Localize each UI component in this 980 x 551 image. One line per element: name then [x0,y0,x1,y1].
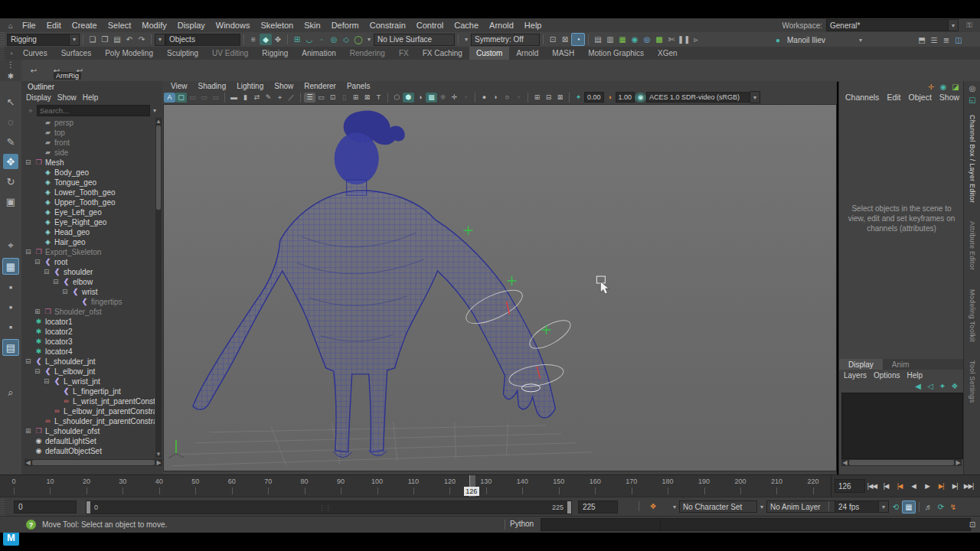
shaded-mode-icon[interactable]: ▭ [315,93,327,103]
input-ops-icon[interactable]: ⊡ [547,34,559,45]
outliner-item-wrist[interactable]: ⊟❮wrist [23,287,155,297]
menu-item-shading[interactable]: Shading [193,82,232,90]
panel-tab-attribute-editor[interactable]: Attribute Editor [969,214,976,278]
workspace-select[interactable]: General* [826,19,949,31]
scroll-right-icon[interactable]: ▶ [955,459,962,466]
range-end-handle[interactable] [567,501,571,514]
scroll-up-icon[interactable]: ▲ [155,118,162,125]
rangebar-grip[interactable] [0,497,5,516]
rotate-tool-icon[interactable]: ↻ [3,174,18,189]
next-key-button[interactable]: ▶| [948,481,962,492]
expander-icon[interactable]: ⊟ [34,257,43,267]
outliner-item-tongue-geo[interactable]: ◈Tongue_geo [23,178,155,187]
menu-set-caret-icon[interactable]: ▾ [70,34,80,46]
move-tool-icon[interactable]: ✥ [3,154,18,169]
outliner-item-lower-tooth-geo[interactable]: ◈Lower_Tooth_geo [23,187,155,197]
menu-item-display[interactable]: Display [26,93,57,102]
expander-icon[interactable]: ⊟ [44,267,52,277]
menu-item-show[interactable]: Show [269,82,299,90]
search-input[interactable] [37,105,150,116]
exposure-value[interactable]: 0.00 [584,92,604,103]
isolate-icon[interactable]: ⬡ [391,93,403,103]
outliner-item-l-fingertip-jnt[interactable]: ❮L_fingertip_jnt [23,386,155,396]
snap-together-tool-icon[interactable]: ▤ [2,339,19,356]
shelf-tab-curves[interactable]: Curves [16,47,54,60]
redo-icon[interactable]: ↷ [136,34,148,45]
outliner-item-front[interactable]: ▰front [23,138,155,148]
panel-tab-tool-settings[interactable]: Tool Settings [969,353,976,410]
new-empty-layer-icon[interactable]: ✦ [936,380,949,392]
make-live-icon[interactable]: ◯ [352,34,364,45]
resolution-gate-icon[interactable]: ⊟ [543,93,554,103]
bookmark-icon[interactable]: ▮ [240,93,251,103]
snap-projected-icon[interactable]: ◎ [328,34,340,45]
snap-curve-icon[interactable]: ◡ [303,34,315,45]
play-forwards-button[interactable]: ▶ [920,481,934,492]
menu-item-modify[interactable]: Modify [136,21,172,30]
film-gate-icon[interactable]: ⊞ [531,93,543,103]
shelf-tab-custom[interactable]: Custom [469,47,509,60]
step-back-button[interactable]: |◀ [893,481,906,492]
outliner-item-l-shoulder-jnt-parentconstraint1[interactable]: ∞L_shoulder_jnt_parentConstraint1 [23,416,155,426]
select-tool-icon[interactable]: ↖ [3,94,18,109]
expander-icon[interactable]: ⊞ [25,426,34,436]
goto-end-button[interactable]: ▶▶| [962,481,975,492]
refresh-icon[interactable]: ⟳ [935,501,947,513]
menu-item-select[interactable]: Select [103,21,137,30]
anim-layer-caret-icon[interactable]: ▾ [757,501,766,512]
scroll-right-icon[interactable]: ▶ [155,459,162,466]
render-frame-icon[interactable]: ▥ [604,34,616,45]
select-hierarchy-icon[interactable]: ≡ [247,34,260,45]
workspace-caret-icon[interactable]: ▾ [949,19,959,31]
outliner-item-l-shoulder-jnt[interactable]: ⊟❮L_shoulder_jnt [23,357,155,367]
command-line-label[interactable]: Python [510,520,534,528]
outliner-item-body-geo[interactable]: ◈Body_geo [23,168,155,178]
command-result-field[interactable] [660,518,971,531]
outliner-item-eye-left-geo[interactable]: ◈Eye_Left_geo [23,207,155,217]
shelf-tab-mash[interactable]: MASH [545,47,581,60]
outliner-item-l-wrist-jnt[interactable]: ⊟❮L_wrist_jnt [23,377,155,386]
layer-moveup-icon[interactable]: ◀ [912,380,924,392]
layer-list[interactable] [841,393,963,459]
render-view-icon[interactable]: ▤ [592,34,604,45]
scale-tool-icon[interactable]: ▣ [3,194,18,209]
outliner-item-side[interactable]: ▰side [23,148,155,158]
outliner-item-export-skeleton[interactable]: ⊟❒Export_Skeleton [23,247,155,257]
new-layer-from-selected-icon[interactable]: ❖ [949,380,961,392]
outliner-item-mesh[interactable]: ⊟❒Mesh [23,158,155,168]
expander-icon[interactable]: ⊟ [25,247,34,257]
attribute-editor-toggle-icon[interactable]: ☰ [928,34,940,46]
select-component-mode-icon[interactable]: ✥ [272,34,284,45]
outliner-item-head-geo[interactable]: ◈Head_geo [23,227,155,237]
outliner-item-top[interactable]: ▰top [23,128,155,138]
menu-item-create[interactable]: Create [67,21,103,30]
menu-item-help[interactable]: Help [906,371,929,380]
scroll-down-icon[interactable]: ▼ [155,451,162,458]
menu-item-help[interactable]: Help [83,93,105,102]
hud-icon[interactable]: ✛ [449,93,460,103]
outliner-item-upper-tooth-geo[interactable]: ◈Upper_Tooth_geo [23,197,155,207]
shelf-tab-xgen[interactable]: XGen [651,47,684,60]
play-backwards-button[interactable]: ◀ [906,481,920,492]
fps-caret-icon[interactable]: ▾ [879,500,889,513]
layer-tab-display[interactable]: Display [839,359,883,370]
character-set-select[interactable]: No Character Set [679,500,757,513]
camera-select-icon[interactable]: A [164,93,175,103]
exposure-icon[interactable]: ✦ [573,93,584,103]
expander-icon[interactable]: ⊟ [25,357,34,367]
live-surface-caret-icon[interactable]: ▾ [364,34,374,45]
custom-tool-icon-1[interactable]: ▪ [3,279,18,295]
output-ops-icon[interactable]: ⊠ [559,34,571,45]
vp-dim3-icon[interactable]: ▭ [210,93,221,103]
selection-mask-select[interactable]: Objects [165,34,240,46]
mel-script-icon-1[interactable]: ↩ [28,65,40,77]
gamma-value[interactable]: 1.00 [616,92,635,103]
vp-dim4-icon[interactable]: ▫ [460,93,472,103]
channel-box-toggle-icon[interactable]: ≣ [940,34,952,46]
command-input[interactable] [541,518,663,531]
menu-item-object[interactable]: Object [908,93,939,102]
default-light-icon[interactable]: ● [479,93,490,103]
search-caret-icon[interactable]: ▾ [150,106,159,116]
outliner-item-defaultlightset[interactable]: ◉defaultLightSet [23,436,155,446]
anim-snapshot-icon[interactable]: ⌖ [274,93,286,103]
